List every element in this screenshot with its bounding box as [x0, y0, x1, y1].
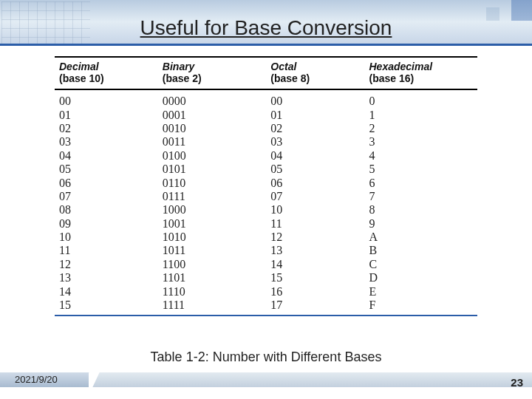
cell-decimal: 12 [55, 258, 163, 271]
cell-decimal: 13 [55, 271, 163, 284]
cell-binary: 0110 [163, 177, 271, 190]
table-body: 0000000000100010110200100220300110330401… [55, 90, 477, 316]
cell-hex: C [369, 258, 478, 271]
header-base: (base 2) [163, 72, 271, 84]
table-row: 000000000 [55, 95, 477, 108]
cell-hex: 7 [369, 190, 478, 203]
cell-hex: 5 [369, 163, 478, 176]
header-name: Octal [270, 61, 296, 72]
cell-binary: 0011 [163, 135, 271, 149]
cell-octal: 15 [270, 271, 369, 284]
cell-binary: 1010 [163, 231, 271, 244]
table-row: 091001119 [55, 217, 477, 231]
cell-binary: 1111 [163, 299, 271, 312]
cell-binary: 0100 [163, 149, 271, 163]
table-row: 010001011 [55, 109, 477, 122]
header-hex: Hexadecimal (base 16) [369, 61, 478, 84]
header-name: Decimal [59, 61, 99, 72]
cell-octal: 01 [270, 109, 369, 122]
table-row: 020010022 [55, 122, 477, 135]
cell-binary: 0111 [163, 190, 271, 203]
cell-hex: 6 [369, 177, 478, 190]
cell-binary: 1100 [163, 258, 271, 271]
cell-octal: 00 [270, 95, 369, 108]
header-octal: Octal (base 8) [270, 61, 369, 84]
cell-binary: 0010 [163, 122, 271, 135]
table-caption: Table 1-2: Number with Different Bases [0, 349, 532, 365]
table-row: 040100044 [55, 149, 477, 163]
cell-hex: 8 [369, 203, 478, 216]
cell-decimal: 09 [55, 217, 163, 231]
table-row: 070111077 [55, 190, 477, 203]
cell-hex: 4 [369, 149, 478, 163]
cell-octal: 06 [270, 177, 369, 190]
conversion-table: Decimal (base 10) Binary (base 2) Octal … [55, 56, 477, 341]
footer-bar: 2021/9/20 [0, 372, 532, 387]
cell-octal: 05 [270, 163, 369, 176]
header-binary: Binary (base 2) [163, 61, 271, 84]
cell-binary: 1101 [163, 271, 271, 284]
cell-octal: 17 [270, 299, 369, 312]
cell-decimal: 15 [55, 299, 163, 312]
footer-date: 2021/9/20 [15, 374, 58, 385]
cell-decimal: 11 [55, 244, 163, 257]
cell-octal: 04 [270, 149, 369, 163]
cell-octal: 16 [270, 285, 369, 299]
cell-binary: 0000 [163, 95, 271, 108]
table-row: 081000108 [55, 203, 477, 216]
table-row: 050101055 [55, 163, 477, 176]
header-name: Hexadecimal [369, 61, 433, 72]
cell-binary: 1011 [163, 244, 271, 257]
cell-octal: 03 [270, 135, 369, 149]
header-name: Binary [163, 61, 195, 72]
table-header-row: Decimal (base 10) Binary (base 2) Octal … [55, 56, 477, 90]
table-row: 10101012A [55, 231, 477, 244]
header-decimal: Decimal (base 10) [55, 61, 163, 84]
cell-octal: 10 [270, 203, 369, 216]
cell-decimal: 07 [55, 190, 163, 203]
table-row: 12110014C [55, 258, 477, 271]
cell-binary: 1110 [163, 285, 271, 299]
table-row: 14111016E [55, 285, 477, 299]
cell-decimal: 08 [55, 203, 163, 216]
slide-title: Useful for Base Conversion [0, 16, 532, 40]
cell-hex: F [369, 299, 478, 312]
cell-decimal: 02 [55, 122, 163, 135]
cell-octal: 07 [270, 190, 369, 203]
cell-hex: 2 [369, 122, 478, 135]
cell-decimal: 01 [55, 109, 163, 122]
cell-octal: 11 [270, 217, 369, 231]
header-base: (base 10) [59, 72, 163, 84]
cell-decimal: 00 [55, 95, 163, 108]
cell-octal: 02 [270, 122, 369, 135]
cell-decimal: 06 [55, 177, 163, 190]
cell-hex: 1 [369, 109, 478, 122]
cell-decimal: 04 [55, 149, 163, 163]
cell-decimal: 10 [55, 231, 163, 244]
cell-octal: 14 [270, 258, 369, 271]
cell-binary: 1001 [163, 217, 271, 231]
cell-octal: 13 [270, 244, 369, 257]
cell-octal: 12 [270, 231, 369, 244]
cell-hex: 9 [369, 217, 478, 231]
cell-decimal: 14 [55, 285, 163, 299]
table-row: 11101113B [55, 244, 477, 257]
cell-binary: 1000 [163, 203, 271, 216]
cell-decimal: 03 [55, 135, 163, 149]
cell-binary: 0101 [163, 163, 271, 176]
table-row: 15111117F [55, 299, 477, 312]
cell-decimal: 05 [55, 163, 163, 176]
cell-hex: D [369, 271, 478, 284]
table-row: 030011033 [55, 135, 477, 149]
cell-hex: E [369, 285, 478, 299]
cell-hex: 3 [369, 135, 478, 149]
table-row: 060110066 [55, 177, 477, 190]
header-base: (base 16) [369, 72, 478, 84]
cell-hex: B [369, 244, 478, 257]
cell-hex: A [369, 231, 478, 244]
header-base: (base 8) [270, 72, 369, 84]
table-row: 13110115D [55, 271, 477, 284]
cell-binary: 0001 [163, 109, 271, 122]
page-number: 23 [511, 376, 523, 389]
cell-hex: 0 [369, 95, 478, 108]
